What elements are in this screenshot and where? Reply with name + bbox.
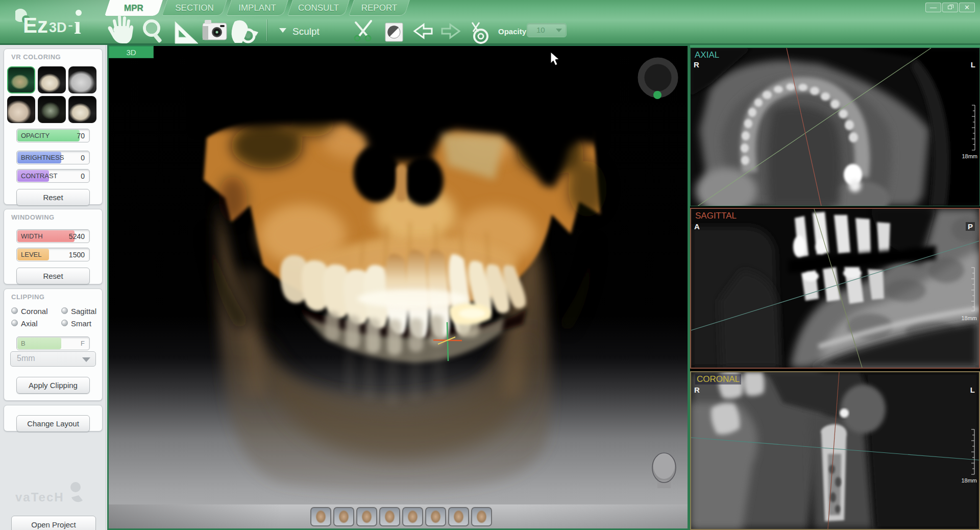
- svg-text:Opacity: Opacity: [498, 27, 527, 36]
- svg-text:Sculpt: Sculpt: [292, 26, 320, 37]
- svg-text:vaTecH: vaTecH: [15, 490, 64, 504]
